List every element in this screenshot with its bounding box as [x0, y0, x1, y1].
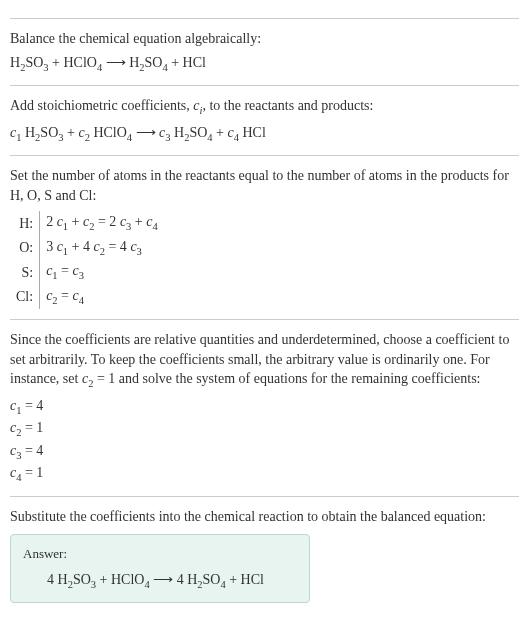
atom-equation: c2 = c4: [40, 285, 164, 309]
atom-equations-table: H: 2 c1 + c2 = 2 c3 + c4 O: 3 c1 + 4 c2 …: [10, 211, 164, 309]
atom-label: O:: [10, 236, 40, 260]
coef-value: c1 = 4: [10, 396, 519, 418]
section-title: Since the coefficients are relative quan…: [10, 330, 519, 392]
balanced-equation: 4 H2SO3 + HClO4 ⟶ 4 H2SO4 + HCl: [23, 570, 297, 592]
section-solve-coefficients: Since the coefficients are relative quan…: [10, 319, 519, 486]
coef-value: c3 = 4: [10, 441, 519, 463]
atom-equation: 3 c1 + 4 c2 = 4 c3: [40, 236, 164, 260]
unbalanced-equation: H2SO3 + HClO4 ⟶ H2SO4 + HCl: [10, 53, 519, 75]
section-title: Balance the chemical equation algebraica…: [10, 29, 519, 49]
section-balance-intro: Balance the chemical equation algebraica…: [10, 18, 519, 75]
coef-value: c2 = 1: [10, 418, 519, 440]
table-row: Cl: c2 = c4: [10, 285, 164, 309]
section-title: Add stoichiometric coefficients, ci, to …: [10, 96, 519, 118]
coefficient-solutions: c1 = 4 c2 = 1 c3 = 4 c4 = 1: [10, 396, 519, 486]
atom-label: Cl:: [10, 285, 40, 309]
section-atom-equations: Set the number of atoms in the reactants…: [10, 155, 519, 309]
coefficient-equation: c1 H2SO3 + c2 HClO4 ⟶ c3 H2SO4 + c4 HCl: [10, 123, 519, 145]
answer-label: Answer:: [23, 545, 297, 563]
table-row: H: 2 c1 + c2 = 2 c3 + c4: [10, 211, 164, 235]
section-answer: Substitute the coefficients into the che…: [10, 496, 519, 603]
table-row: O: 3 c1 + 4 c2 = 4 c3: [10, 236, 164, 260]
atom-equation: c1 = c3: [40, 260, 164, 284]
table-row: S: c1 = c3: [10, 260, 164, 284]
section-title: Substitute the coefficients into the che…: [10, 507, 519, 527]
section-stoichiometric: Add stoichiometric coefficients, ci, to …: [10, 85, 519, 145]
answer-box: Answer: 4 H2SO3 + HClO4 ⟶ 4 H2SO4 + HCl: [10, 534, 310, 603]
section-title: Set the number of atoms in the reactants…: [10, 166, 519, 205]
atom-label: S:: [10, 260, 40, 284]
atom-equation: 2 c1 + c2 = 2 c3 + c4: [40, 211, 164, 235]
atom-label: H:: [10, 211, 40, 235]
coef-value: c4 = 1: [10, 463, 519, 485]
